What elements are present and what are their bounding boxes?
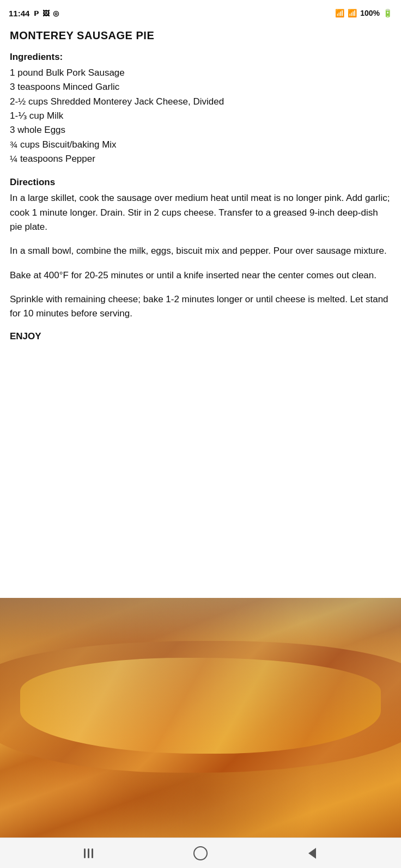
list-item: 2-½ cups Shredded Monterey Jack Cheese, … [10, 95, 391, 109]
enjoy-text: ENJOY [10, 331, 391, 342]
directions-label: Directions [10, 177, 391, 188]
back-icon [308, 848, 316, 859]
list-item: 1 pound Bulk Pork Sausage [10, 66, 391, 80]
list-item: ¼ teaspoons Pepper [10, 152, 391, 166]
list-item: 1-⅓ cup Milk [10, 109, 391, 123]
direction-step-3: Bake at 400°F for 20-25 minutes or until… [10, 268, 391, 283]
status-icons: 𝗣 🖼 ◎ [34, 9, 59, 17]
list-item: 3 whole Eggs [10, 123, 391, 137]
list-item: 3 teaspoons Minced Garlic [10, 80, 391, 94]
direction-step-4: Sprinkle with remaining cheese; bake 1-2… [10, 292, 391, 321]
gallery-icon: 🖼 [42, 9, 50, 17]
recents-icon [84, 848, 93, 858]
recipe-title: MONTEREY SAUSAGE PIE [10, 29, 391, 42]
status-right: 📶 📶 100% 🔋 [335, 9, 392, 17]
list-item: ¾ cups Biscuit/baking Mix [10, 138, 391, 152]
food-image [0, 598, 401, 838]
recipe-content: MONTEREY SAUSAGE PIE Ingredients: 1 poun… [0, 24, 401, 598]
directions-section: Directions In a large skillet, cook the … [10, 177, 391, 321]
battery-text: 100% [360, 9, 380, 17]
direction-step-1: In a large skillet, cook the sausage ove… [10, 191, 391, 234]
time-display: 11:44 [9, 9, 29, 18]
battery-icon: 🔋 [383, 9, 392, 17]
pinterest-icon: 𝗣 [34, 9, 39, 17]
home-button[interactable] [187, 840, 214, 866]
ingredients-list: 1 pound Bulk Pork Sausage 3 teaspoons Mi… [10, 66, 391, 166]
wifi-icon: 📶 [335, 9, 344, 17]
food-cheese [20, 658, 381, 754]
signal-icon: 📶 [348, 9, 357, 17]
status-left: 11:44 𝗣 🖼 ◎ [9, 9, 59, 18]
status-bar: 11:44 𝗣 🖼 ◎ 📶 📶 100% 🔋 [0, 0, 401, 24]
back-button[interactable] [299, 840, 325, 866]
navigation-bar [0, 838, 401, 868]
direction-step-2: In a small bowl, combine the milk, eggs,… [10, 244, 391, 258]
ingredients-label: Ingredients: [10, 52, 391, 63]
recents-button[interactable] [76, 840, 102, 866]
home-icon [193, 846, 208, 860]
location-icon: ◎ [53, 9, 59, 17]
